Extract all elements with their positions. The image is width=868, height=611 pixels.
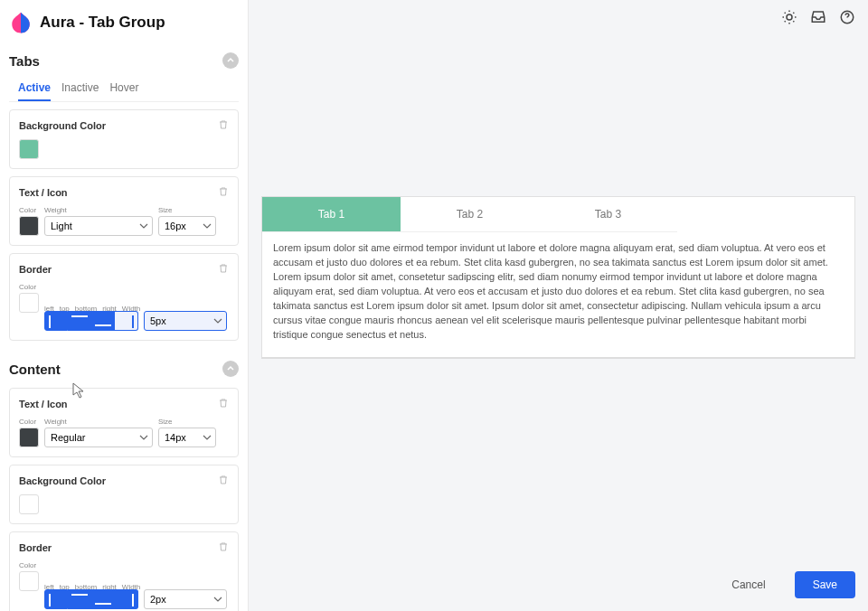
card-title: Background Color <box>19 475 106 486</box>
size-select[interactable]: 14px <box>158 428 216 447</box>
weight-select[interactable]: Regular <box>44 428 153 447</box>
card-content-border: Border Color left top bottom right Width… <box>9 531 239 611</box>
border-color-swatch[interactable] <box>19 571 39 591</box>
main-panel: Tab 1 Tab 2 Tab 3 Lorem ipsum dolor sit … <box>249 0 868 611</box>
border-width-select[interactable]: 2px <box>144 589 227 609</box>
label-color: Color <box>19 206 39 214</box>
border-side-toggles <box>44 311 138 331</box>
tabs-section-head: Tabs <box>0 40 248 72</box>
section-title-content: Content <box>9 362 61 377</box>
border-top-toggle[interactable] <box>68 311 91 331</box>
help-icon[interactable] <box>839 9 855 29</box>
preview-tab-3[interactable]: Tab 3 <box>539 197 677 232</box>
border-top-toggle[interactable] <box>68 589 91 609</box>
collapse-button[interactable] <box>222 361 239 377</box>
label-color: Color <box>19 283 39 291</box>
card-title: Background Color <box>19 120 106 131</box>
content-section-head: Content <box>0 348 248 381</box>
trash-icon[interactable] <box>218 540 229 556</box>
background-color-swatch[interactable] <box>19 494 39 514</box>
label-weight: Weight <box>44 418 153 426</box>
page-title: Aura - Tab Group <box>40 14 165 32</box>
card-tabs-border: Border Color left top bottom right Width… <box>9 253 239 341</box>
footer: Cancel Save <box>249 562 868 611</box>
border-right-toggle[interactable] <box>115 589 138 609</box>
border-bottom-toggle[interactable] <box>91 311 115 331</box>
border-side-toggles <box>44 589 138 609</box>
label-size: Size <box>158 418 216 426</box>
card-title: Text / Icon <box>19 187 68 198</box>
label-color: Color <box>19 418 39 426</box>
state-tab-hover[interactable]: Hover <box>109 81 138 101</box>
card-tabs-text-icon: Text / Icon Color WeightLight Size16px <box>9 176 239 246</box>
border-right-toggle[interactable] <box>115 311 138 331</box>
weight-select[interactable]: Light <box>44 216 153 236</box>
state-tabs: Active Inactive Hover <box>9 72 239 102</box>
inbox-icon[interactable] <box>810 9 826 29</box>
svg-point-0 <box>787 14 792 20</box>
topbar <box>249 0 868 38</box>
border-width-select[interactable]: 5px <box>144 311 227 331</box>
border-bottom-toggle[interactable] <box>91 589 115 609</box>
sidebar-header: Aura - Tab Group <box>0 0 248 40</box>
size-select[interactable]: 16px <box>158 216 216 236</box>
chevron-up-icon <box>226 364 235 373</box>
border-left-toggle[interactable] <box>44 589 68 609</box>
label-weight: Weight <box>44 206 153 214</box>
state-tab-active[interactable]: Active <box>18 81 51 101</box>
text-color-swatch[interactable] <box>19 216 39 236</box>
preview-tab-2[interactable]: Tab 2 <box>401 197 539 232</box>
border-left-toggle[interactable] <box>44 311 68 331</box>
section-title-tabs: Tabs <box>9 53 40 69</box>
card-title: Border <box>19 542 52 553</box>
background-color-swatch[interactable] <box>19 139 39 159</box>
save-button[interactable]: Save <box>795 571 855 598</box>
preview-content: Lorem ipsum dolor sit ame eirmod tempor … <box>262 232 854 357</box>
trash-icon[interactable] <box>218 118 229 134</box>
card-title: Border <box>19 264 52 275</box>
state-tab-inactive[interactable]: Inactive <box>61 81 99 101</box>
card-background-color: Background Color <box>9 109 239 169</box>
aura-logo-icon <box>9 11 33 34</box>
preview-canvas: Tab 1 Tab 2 Tab 3 Lorem ipsum dolor sit … <box>249 38 868 562</box>
border-color-swatch[interactable] <box>19 293 39 313</box>
cancel-button[interactable]: Cancel <box>713 571 783 598</box>
trash-icon[interactable] <box>218 473 229 489</box>
card-content-text-icon: Text / Icon Color WeightRegular Size14px <box>9 388 239 457</box>
label-size: Size <box>158 206 216 214</box>
trash-icon[interactable] <box>218 261 229 277</box>
chevron-up-icon <box>226 56 235 65</box>
card-title: Text / Icon <box>19 399 68 409</box>
collapse-button[interactable] <box>222 52 239 69</box>
sidebar: Aura - Tab Group Tabs Active Inactive Ho… <box>0 0 249 611</box>
label-color: Color <box>19 561 39 569</box>
trash-icon[interactable] <box>218 396 229 412</box>
card-content-bg: Background Color <box>9 465 239 524</box>
trash-icon[interactable] <box>218 184 229 201</box>
preview-tabs: Tab 1 Tab 2 Tab 3 <box>262 197 854 232</box>
preview-tab-group: Tab 1 Tab 2 Tab 3 Lorem ipsum dolor sit … <box>261 196 855 359</box>
text-color-swatch[interactable] <box>19 428 39 447</box>
theme-icon[interactable] <box>781 9 797 29</box>
preview-tab-1[interactable]: Tab 1 <box>262 197 401 232</box>
